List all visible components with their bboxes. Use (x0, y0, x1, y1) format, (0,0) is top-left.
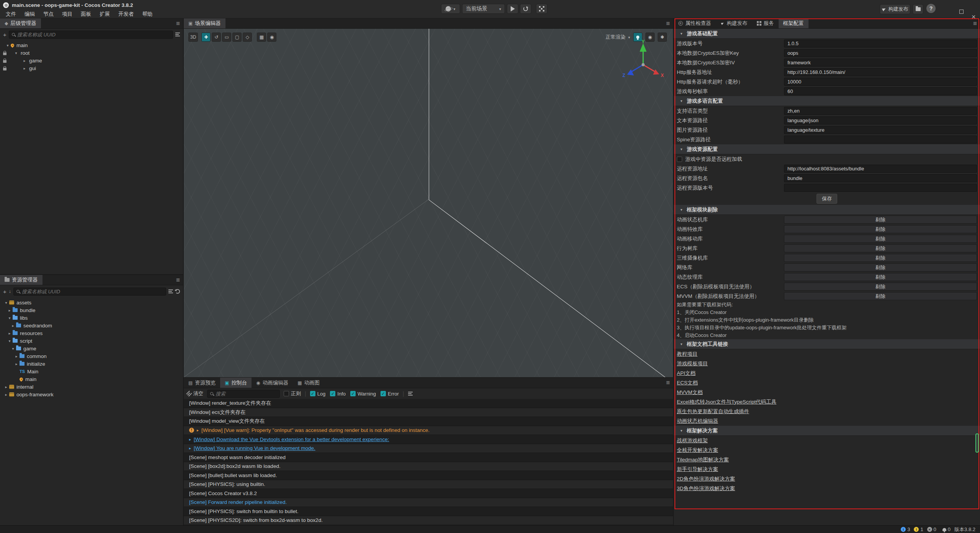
log-row[interactable]: [Scene] [bullet]:bullet wasm lib loaded. (184, 471, 673, 480)
section-header-游戏资源配置[interactable]: ▾游戏资源配置 (674, 144, 980, 154)
log-row[interactable]: !▸[Window] [Vue warn]: Property "onInput… (184, 426, 673, 435)
panel-menu-icon[interactable]: ≡ (176, 20, 180, 28)
section-header-游戏多语言配置[interactable]: ▾游戏多语言配置 (674, 96, 980, 106)
link-全栈开发解决方案[interactable]: 全栈开发解决方案 (677, 447, 718, 454)
menu-项目[interactable]: 项目 (58, 10, 77, 18)
field-input[interactable] (784, 127, 977, 133)
snap-tool-button[interactable]: ▦ (257, 33, 266, 42)
collapse-arrow[interactable]: ▾ (679, 99, 684, 103)
remove-button[interactable]: 剔除 (784, 244, 977, 252)
tree-node-script[interactable]: ▾script (0, 337, 183, 345)
collapse-arrow[interactable]: ▾ (679, 428, 684, 433)
field-input[interactable] (784, 108, 977, 114)
link-新手引导解决方案[interactable]: 新手引导解决方案 (677, 466, 718, 473)
checkbox-icon[interactable] (677, 157, 682, 162)
tree-node-common[interactable]: ▸common (0, 352, 183, 360)
tab-资源预览[interactable]: ▤资源预览 (184, 378, 220, 388)
panel-menu-icon[interactable]: ≡ (973, 20, 977, 28)
log-row[interactable]: [Scene] Forward render pipeline initiali… (184, 498, 673, 507)
collapse-logs-icon[interactable] (408, 392, 413, 396)
tree-node-bundle[interactable]: ▸bundle (0, 306, 183, 314)
remove-button[interactable]: 剔除 (784, 283, 977, 291)
info-count[interactable]: i 3 (901, 526, 910, 532)
section-header-框架模块剔除[interactable]: ▾框架模块剔除 (674, 205, 980, 215)
tab-hierarchy[interactable]: ◆ 层级管理器 (0, 18, 41, 28)
expand-icon[interactable]: ▸ (189, 446, 191, 450)
sort-assets-button[interactable]: ↓ (9, 289, 11, 294)
inspector-scrollbar-thumb[interactable] (975, 433, 979, 453)
hierarchy-search-input[interactable] (17, 32, 170, 38)
menu-节点[interactable]: 节点 (39, 10, 58, 18)
log-row[interactable]: [Scene] [box2d]:box2d wasm lib loaded. (184, 462, 673, 471)
expand-arrow[interactable]: ▾ (11, 347, 15, 351)
log-row[interactable]: [Scene] [PHYSICS]: switch from builtin t… (184, 507, 673, 516)
log-row[interactable]: [Scene] Cocos Creator v3.8.2 (184, 489, 673, 498)
lock-icon[interactable] (3, 68, 7, 70)
tab-控制台[interactable]: ▣控制台 (220, 378, 252, 388)
tab-服务[interactable]: 服务 (752, 18, 779, 28)
rect-tool-button[interactable]: ▢ (232, 33, 242, 42)
link-ECS文档[interactable]: ECS文档 (677, 379, 698, 386)
tab-框架配置[interactable]: 框架配置 (779, 18, 808, 28)
warning-count[interactable]: ! 1 (914, 526, 923, 532)
transform-tool-button[interactable]: ◇ (243, 33, 252, 42)
link-API文档[interactable]: API文档 (677, 370, 696, 377)
filter-error[interactable]: ✓Error (381, 391, 399, 397)
link-Excel格式转Json文件与TypeScript代码工具[interactable]: Excel格式转Json文件与TypeScript代码工具 (677, 399, 776, 405)
save-button[interactable]: 保存 (817, 194, 837, 204)
field-input[interactable] (784, 60, 977, 65)
assets-search-input[interactable] (22, 289, 163, 294)
collapse-arrow[interactable]: ▾ (679, 208, 684, 212)
tab-构建发布[interactable]: 构建发布 (716, 18, 752, 28)
gizmo-space-button[interactable]: ◉ (267, 33, 276, 42)
expand-arrow[interactable]: ▸ (22, 59, 27, 63)
reload-button[interactable] (520, 4, 531, 14)
scale-tool-button[interactable]: ▭ (222, 33, 231, 42)
filter-log[interactable]: ✓Log (310, 391, 326, 397)
menu-编辑[interactable]: 编辑 (20, 10, 39, 18)
expand-icon[interactable]: ▸ (197, 428, 199, 432)
create-asset-button[interactable]: + (3, 289, 7, 294)
expand-arrow[interactable]: ▾ (5, 43, 10, 47)
clear-console-button[interactable]: 清空 (187, 390, 203, 397)
expand-arrow[interactable]: ▸ (22, 66, 27, 70)
open-project-folder-button[interactable] (913, 4, 923, 14)
remove-button[interactable]: 剔除 (784, 292, 977, 300)
help-button[interactable]: ? (926, 4, 936, 13)
log-row[interactable]: ▸[Window] You are running Vue in develop… (184, 444, 673, 453)
expand-icon[interactable]: ▸ (189, 437, 191, 441)
log-row[interactable]: [Window] render_texture文件夹存在 (184, 399, 673, 408)
console-search-input[interactable] (216, 391, 283, 397)
expand-arrow[interactable]: ▸ (14, 362, 19, 366)
log-row[interactable]: [Scene] meshopt wasm decoder initialized (184, 453, 673, 462)
console-log-list[interactable]: [Window] render_texture文件夹存在[Window] ecs… (184, 399, 673, 525)
tree-node-oops-framework[interactable]: ▸oops-framework (0, 391, 183, 398)
link-原生包热更新配置自动生成插件[interactable]: 原生包热更新配置自动生成插件 (677, 408, 749, 415)
field-input[interactable] (784, 185, 977, 191)
link-游戏模板项目[interactable]: 游戏模板项目 (677, 360, 708, 367)
expand-arrow[interactable]: ▾ (7, 316, 12, 320)
field-input[interactable] (784, 69, 977, 75)
expand-arrow[interactable]: ▾ (14, 51, 18, 55)
link-MVVM文档[interactable]: MVVM文档 (677, 389, 703, 396)
field-input[interactable] (784, 79, 977, 85)
log-row[interactable]: [Scene] [PHYSICS2D]: switch from box2d-w… (184, 516, 673, 525)
expand-arrow[interactable]: ▾ (7, 339, 12, 343)
rotate-tool-button[interactable]: ↺ (212, 33, 221, 42)
preview-grid-button[interactable] (536, 4, 547, 14)
field-input[interactable] (784, 41, 977, 46)
field-input[interactable] (784, 50, 977, 56)
create-node-button[interactable]: + (3, 32, 7, 38)
log-row[interactable]: [Window] ecs文件夹存在 (184, 408, 673, 417)
remove-button[interactable]: 剔除 (784, 273, 977, 281)
log-row[interactable]: [Scene] [PHYSICS]: using builtin. (184, 480, 673, 489)
link-Tiledmap地图解决方案[interactable]: Tiledmap地图解决方案 (677, 456, 729, 463)
tree-node-assets[interactable]: ▾assets (0, 299, 183, 306)
remove-button[interactable]: 剔除 (784, 216, 977, 224)
tab-scene-editor[interactable]: ▣ 场景编辑器 (184, 18, 225, 28)
move-tool-button[interactable]: ✚ (201, 33, 211, 42)
remove-button[interactable]: 剔除 (784, 263, 977, 271)
mode-3d-button[interactable]: 3D (188, 33, 198, 42)
link-3D角色扮演游戏解决方案[interactable]: 3D角色扮演游戏解决方案 (677, 485, 735, 492)
remove-button[interactable]: 剔除 (784, 225, 977, 233)
